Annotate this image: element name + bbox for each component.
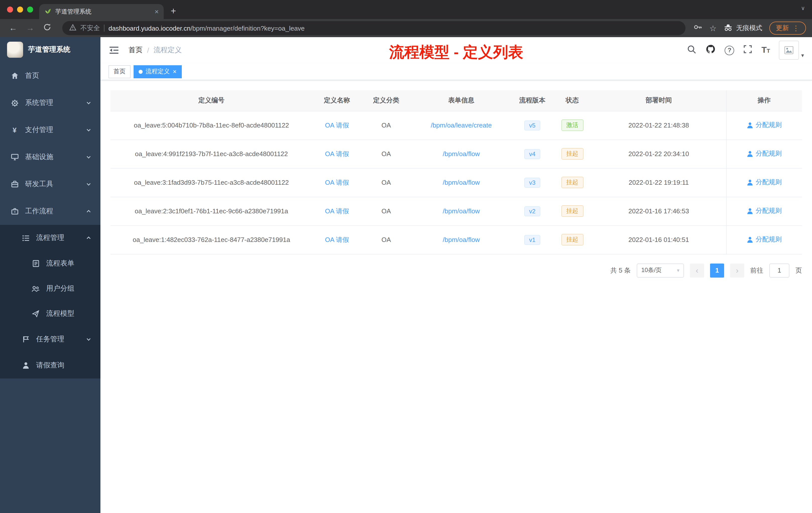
- url-path: /bpm/manager/definition?key=oa_leave: [191, 25, 305, 32]
- assign-rule-button[interactable]: 分配规则: [747, 149, 782, 158]
- definition-name-link[interactable]: OA 请假: [325, 121, 349, 129]
- page-number-1[interactable]: 1: [710, 263, 724, 277]
- cell-deploy-time: 2022-01-22 21:48:38: [591, 111, 726, 140]
- security-label[interactable]: 不安全: [80, 24, 100, 33]
- cell-category: OA: [361, 111, 411, 140]
- page-unit-label: 页: [795, 266, 802, 275]
- status-badge: 挂起: [561, 177, 583, 188]
- status-badge: 挂起: [561, 148, 583, 160]
- version-badge: v2: [524, 206, 540, 216]
- cell-id: oa_leave:5:004b710b-7b8a-11ec-8ef0-acde4…: [111, 111, 312, 140]
- cell-id: oa_leave:1:482ec033-762a-11ec-8477-a2380…: [111, 225, 312, 254]
- search-icon[interactable]: [687, 44, 697, 56]
- tag-home[interactable]: 首页: [109, 65, 130, 78]
- tab-close-icon[interactable]: ×: [155, 7, 159, 16]
- sidebar-item-system-management[interactable]: 系统管理: [0, 89, 100, 117]
- status-badge: 挂起: [561, 205, 583, 217]
- sidebar-item-label: 任务管理: [36, 335, 64, 344]
- bookmark-star-icon[interactable]: ☆: [709, 23, 717, 33]
- breadcrumb-separator: /: [147, 46, 149, 54]
- warning-icon: [69, 24, 76, 33]
- incognito-label: 无痕模式: [736, 24, 762, 33]
- sidebar-item-dev-tools[interactable]: 研发工具: [0, 171, 100, 198]
- toolbox-icon: [10, 181, 19, 188]
- definition-name-link[interactable]: OA 请假: [325, 207, 349, 215]
- caret-down-icon: ▾: [677, 268, 679, 273]
- sidebar-item-infrastructure[interactable]: 基础设施: [0, 144, 100, 171]
- forward-icon[interactable]: →: [23, 24, 37, 33]
- next-page-button[interactable]: ›: [730, 263, 744, 277]
- sidebar-toggle-icon[interactable]: [109, 45, 119, 56]
- form-link[interactable]: /bpm/oa/flow: [443, 179, 480, 186]
- sidebar-item-workflow[interactable]: 工作流程: [0, 198, 100, 225]
- reload-icon[interactable]: [40, 23, 54, 33]
- definition-name-link[interactable]: OA 请假: [325, 178, 349, 186]
- sidebar-item-process-management[interactable]: 流程管理: [0, 225, 100, 251]
- table-row: oa_leave:2:3c1f0ef1-76b1-11ec-9c66-a2380…: [111, 197, 802, 225]
- sidebar-item-label: 支付管理: [25, 125, 53, 134]
- tab-search-chevron-icon[interactable]: ∨: [801, 5, 805, 11]
- form-link[interactable]: /bpm/oa/flow: [443, 150, 480, 158]
- github-icon[interactable]: [706, 44, 716, 56]
- sidebar-item-process-models[interactable]: 流程模型: [0, 301, 100, 326]
- definition-name-link[interactable]: OA 请假: [325, 150, 349, 157]
- table-header-row: 定义编号 定义名称 定义分类 表单信息 流程版本 状态 部署时间 操作: [111, 90, 802, 111]
- assign-rule-button[interactable]: 分配规则: [747, 121, 782, 130]
- browser-toolbar: ← → 不安全 dashboard.yudao.iocoder.cn/bpm/m…: [0, 19, 812, 37]
- chevron-down-icon: [86, 127, 91, 133]
- help-icon[interactable]: ?: [725, 46, 734, 55]
- back-icon[interactable]: ←: [6, 24, 20, 33]
- browser-menu-kebab-icon[interactable]: ⋮: [792, 24, 800, 32]
- form-link[interactable]: /bpm/oa/leave/create: [431, 121, 492, 129]
- browser-titlebar: 芋道管理系统 × + ∨: [0, 0, 812, 19]
- definition-name-link[interactable]: OA 请假: [325, 236, 349, 243]
- version-badge: v1: [524, 235, 540, 245]
- tag-close-icon[interactable]: ×: [173, 68, 176, 75]
- form-link[interactable]: /bpm/oa/flow: [443, 207, 480, 215]
- prev-page-button[interactable]: ‹: [690, 263, 704, 277]
- assign-rule-button[interactable]: 分配规则: [747, 207, 782, 216]
- tag-process-definition[interactable]: 流程定义 ×: [134, 65, 181, 78]
- breadcrumb-home[interactable]: 首页: [128, 46, 143, 55]
- browser-tab[interactable]: 芋道管理系统 ×: [39, 4, 164, 19]
- sidebar-logo-row[interactable]: 芋道管理系统: [0, 37, 100, 62]
- sidebar-item-process-forms[interactable]: 流程表单: [0, 251, 100, 276]
- tags-view-bar: 首页 流程定义 ×: [100, 63, 812, 80]
- close-window-button[interactable]: [7, 6, 13, 12]
- sidebar-item-leave-query[interactable]: 请假查询: [0, 352, 100, 379]
- page-size-select[interactable]: 10条/页 ▾: [637, 263, 684, 277]
- goto-page-input[interactable]: [769, 263, 789, 277]
- minimize-window-button[interactable]: [17, 6, 23, 12]
- flag-icon: [21, 336, 30, 343]
- sidebar-item-label: 基础设施: [25, 153, 53, 162]
- new-tab-button[interactable]: +: [171, 6, 176, 17]
- col-header-id: 定义编号: [111, 90, 312, 111]
- key-icon[interactable]: [693, 23, 702, 33]
- sidebar-item-home[interactable]: 首页: [0, 62, 100, 89]
- maximize-window-button[interactable]: [27, 6, 33, 12]
- assign-rule-button[interactable]: 分配规则: [747, 178, 782, 187]
- status-badge: 挂起: [561, 234, 583, 245]
- sidebar-item-label: 流程表单: [46, 259, 74, 268]
- font-size-icon[interactable]: TT: [761, 45, 770, 55]
- app-logo: [7, 42, 23, 58]
- sidebar-item-task-management[interactable]: 任务管理: [0, 326, 100, 352]
- chevron-down-icon: [86, 181, 91, 187]
- table-row: oa_leave:1:482ec033-762a-11ec-8477-a2380…: [111, 225, 802, 254]
- address-bar[interactable]: 不安全 dashboard.yudao.iocoder.cn/bpm/manag…: [62, 21, 685, 35]
- sidebar-item-user-groups[interactable]: 用户分组: [0, 276, 100, 301]
- col-header-status: 状态: [553, 90, 591, 111]
- cell-id: oa_leave:4:991f2193-7b7f-11ec-a3c8-acde4…: [111, 140, 312, 168]
- chevron-down-icon: [86, 100, 91, 105]
- sidebar-item-payment-management[interactable]: ¥ 支付管理: [0, 117, 100, 144]
- form-link[interactable]: /bpm/oa/flow: [443, 236, 480, 243]
- tab-title: 芋道管理系统: [55, 7, 151, 16]
- cell-deploy-time: 2022-01-22 20:34:10: [591, 140, 726, 168]
- update-button[interactable]: 更新 ⋮: [769, 22, 806, 35]
- fullscreen-icon[interactable]: [744, 45, 753, 56]
- sidebar-item-label: 请假查询: [36, 361, 64, 370]
- definition-table: 定义编号 定义名称 定义分类 表单信息 流程版本 状态 部署时间 操作 oa_l: [111, 90, 802, 254]
- assign-rule-button[interactable]: 分配规则: [747, 235, 782, 244]
- version-badge: v4: [524, 149, 540, 159]
- user-avatar-menu[interactable]: ▾: [779, 41, 804, 60]
